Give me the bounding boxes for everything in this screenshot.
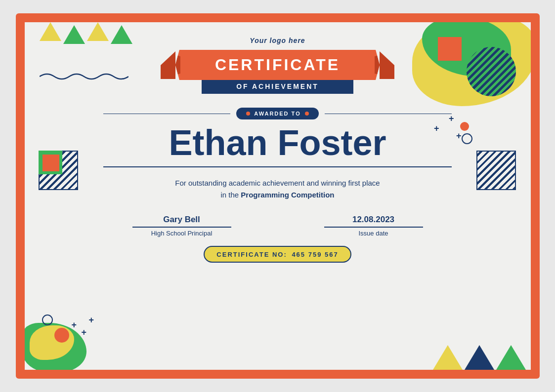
cert-no-value: 465 759 567 [292, 251, 338, 258]
certificate-ribbon: CERTIFICATE OF ACHIEVEMENT [161, 50, 394, 94]
awarded-line-right [325, 114, 452, 114]
description-bold: Programming Competition [241, 191, 334, 199]
awarded-line-left [103, 114, 231, 114]
awarded-dot-left [246, 112, 250, 116]
sig-line-left [132, 227, 231, 228]
issue-date: 12.08.2023 [352, 215, 394, 225]
certificate-number-text: CERTIFICATE NO: 465 759 567 [216, 251, 338, 258]
logo-area: Your logo here [250, 36, 305, 45]
awarded-to-section: AWARDED TO [103, 108, 452, 119]
sig-line-right [324, 227, 423, 228]
date-block: 12.08.2023 Issue date [324, 215, 423, 237]
issue-date-label: Issue date [359, 230, 388, 237]
certificate-subtitle: OF ACHIEVEMENT [236, 82, 319, 90]
ribbon-subtitle-bar: OF ACHIEVEMENT [202, 79, 353, 94]
awarded-badge: AWARDED TO [236, 108, 318, 119]
recipient-name: Ethan Foster [169, 123, 386, 162]
signature-row: Gary Bell High School Principal 12.08.20… [132, 215, 423, 237]
certificate-inner: + + + + + + [25, 22, 531, 370]
signer-name: Gary Bell [163, 215, 200, 225]
cert-no-label: CERTIFICATE NO: [216, 251, 287, 258]
awarded-dot-right [305, 112, 309, 116]
description-line2: in the [220, 191, 241, 199]
ribbon-main: CERTIFICATE [175, 50, 380, 80]
name-underline [103, 166, 452, 167]
awarded-to-label: AWARDED TO [254, 111, 300, 117]
certificate-number-badge: CERTIFICATE NO: 465 759 567 [204, 246, 351, 263]
description-line1: For outstanding academic achievement and… [175, 179, 380, 187]
certificate-description: For outstanding academic achievement and… [175, 177, 380, 201]
certificate-title: CERTIFICATE [215, 56, 340, 74]
outer-border: + + + + + + [16, 13, 540, 379]
signer-block: Gary Bell High School Principal [132, 215, 231, 237]
certificate-content: Your logo here CERTIFICATE OF ACHI [25, 22, 531, 370]
logo-placeholder-text: Your logo here [250, 37, 305, 44]
signer-title: High School Principal [151, 230, 213, 237]
